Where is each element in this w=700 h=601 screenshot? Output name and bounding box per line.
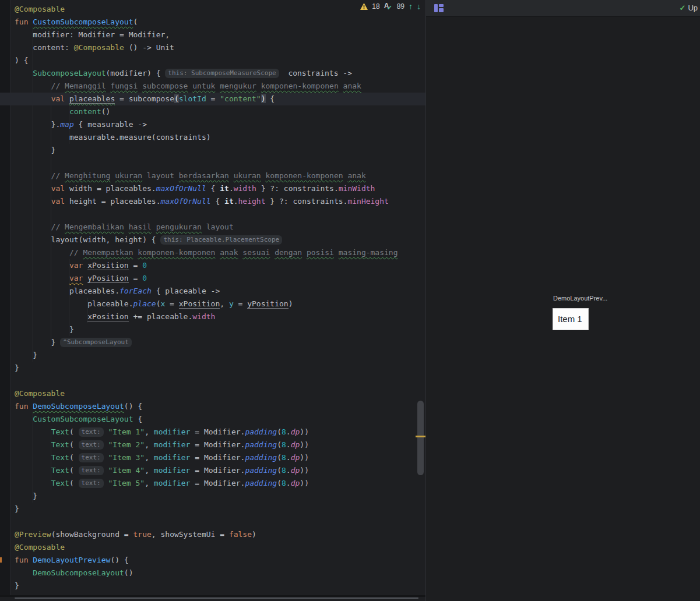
- code-token: val: [51, 184, 65, 193]
- preview-name-label[interactable]: DemoLayoutPrev...: [553, 295, 607, 302]
- code-line[interactable]: placeable.place(x = xPosition, y = yPosi…: [0, 298, 425, 310]
- code-line[interactable]: placeables.forEach { placeable ->: [0, 285, 425, 298]
- code-token: anak: [220, 248, 238, 257]
- code-line[interactable]: @Composable: [0, 387, 425, 400]
- code-token: val: [51, 94, 65, 103]
- code-token: = subcompose: [115, 94, 174, 103]
- code-token: slotId: [179, 94, 206, 103]
- code-line[interactable]: measurable.measure(constraints): [0, 131, 425, 144]
- code-token: map: [60, 120, 73, 129]
- code-token: dp: [291, 427, 300, 436]
- code-line[interactable]: val height = placeables.maxOfOrNull { it…: [0, 195, 425, 208]
- code-line[interactable]: @Preview(showBackground = true, showSyst…: [0, 528, 425, 541]
- code-token: fungsi: [110, 82, 138, 90]
- code-line[interactable]: val width = placeables.maxOfOrNull { it.…: [0, 182, 425, 195]
- code-token: (: [277, 453, 282, 462]
- next-problem-arrow-icon[interactable]: ↓: [417, 2, 421, 10]
- code-token: false: [229, 530, 252, 539]
- code-token: (showBackground =: [51, 530, 133, 539]
- code-line[interactable]: [0, 515, 425, 528]
- code-token: [15, 466, 51, 475]
- code-line[interactable]: ) {: [0, 54, 425, 67]
- code-token: content: [69, 107, 101, 116]
- code-line[interactable]: Text( text: "Item 1", modifier = Modifie…: [0, 426, 425, 439]
- code-token: [256, 82, 261, 90]
- code-line[interactable]: }: [0, 362, 425, 374]
- code-line[interactable]: }: [0, 349, 425, 362]
- code-line[interactable]: layout(width, height) { this: Placeable.…: [0, 234, 425, 246]
- code-token: anak: [347, 171, 365, 180]
- code-token: Text: [51, 427, 69, 436]
- editor-pane[interactable]: @Composablefun CustomSubcomposeLayout( m…: [0, 0, 425, 601]
- code-line[interactable]: fun DemoSubcomposeLayout() {: [0, 400, 425, 413]
- code-line[interactable]: // Mengembalikan hasil pengukuran layout: [0, 221, 425, 234]
- code-line[interactable]: }: [0, 144, 425, 157]
- code-token: ,: [145, 466, 154, 475]
- code-line[interactable]: var xPosition = 0: [0, 259, 425, 272]
- code-token: modifier: [154, 466, 191, 475]
- code-line[interactable]: }: [0, 579, 425, 592]
- code-token: @Composable: [15, 543, 65, 551]
- code-line[interactable]: }: [0, 490, 425, 503]
- code-token: [152, 222, 156, 231]
- code-line[interactable]: }: [0, 503, 425, 515]
- code-line[interactable]: Text( text: "Item 2", modifier = Modifie…: [0, 439, 425, 451]
- code-line[interactable]: [0, 374, 425, 387]
- code-line[interactable]: var yPosition = 0: [0, 272, 425, 285]
- code-token: () {: [110, 556, 128, 564]
- code-token: .: [286, 479, 291, 487]
- code-token: y: [229, 299, 234, 308]
- code-line[interactable]: content(): [0, 105, 425, 118]
- code-line[interactable]: @Composable: [0, 541, 425, 554]
- build-status-text: Up: [688, 3, 698, 12]
- code-line[interactable]: Text( text: "Item 4", modifier = Modifie…: [0, 464, 425, 477]
- code-line[interactable]: fun DemoLayoutPreview() {: [0, 554, 425, 567]
- code-token: } ?: constraints.: [256, 184, 339, 193]
- preview-render-frame[interactable]: Item 1: [553, 308, 589, 330]
- code-token: it: [224, 197, 234, 206]
- code-line[interactable]: DemoSubcomposeLayout(): [0, 567, 425, 579]
- prev-problem-arrow-icon[interactable]: ↑: [409, 2, 413, 10]
- code-line[interactable]: CustomSubcomposeLayout {: [0, 413, 425, 426]
- code-token: DemoLayoutPreview: [33, 556, 110, 564]
- code-line[interactable]: [0, 208, 425, 221]
- code-token: it: [220, 184, 229, 193]
- inlay-hint: this: SubcomposeMeasureScope: [165, 69, 279, 78]
- build-status: ✓ Up: [679, 3, 698, 12]
- code-token: forEach: [119, 287, 152, 295]
- code-line[interactable]: content: @Composable () -> Unit: [0, 41, 425, 54]
- code-line[interactable]: xPosition += placeable.width: [0, 310, 425, 323]
- code-line[interactable]: Text( text: "Item 5", modifier = Modifie…: [0, 477, 425, 490]
- code-line[interactable]: }: [0, 323, 425, 336]
- code-line[interactable]: SubcomposeLayout(modifier) { this: Subco…: [0, 67, 425, 80]
- code-line[interactable]: } ^SubcomposeLayout: [0, 336, 425, 349]
- code-token: ): [261, 94, 266, 103]
- code-token: ) {: [15, 56, 28, 65]
- code-line[interactable]: // Menghitung ukuran layout berdasarkan …: [0, 169, 425, 182]
- code-token: //: [15, 171, 65, 180]
- code-token: .: [286, 427, 291, 436]
- code-token: komponen-komponen: [138, 248, 215, 257]
- code-line[interactable]: modifier: Modifier = Modifier,: [0, 29, 425, 41]
- vertical-scrollbar-thumb[interactable]: [417, 401, 424, 475]
- code-token: (: [277, 466, 282, 475]
- grid-layout-icon[interactable]: [434, 4, 444, 12]
- code-token: 8: [282, 479, 286, 487]
- code-lines[interactable]: @Composablefun CustomSubcomposeLayout( m…: [0, 3, 425, 592]
- code-line[interactable]: // Memanggil fungsi subcompose untuk men…: [0, 80, 425, 93]
- code-token: { measurable ->: [74, 120, 147, 129]
- code-token: [270, 248, 275, 257]
- warning-icon: [360, 3, 368, 10]
- code-line[interactable]: // Menempatkan komponen-komponen anak se…: [0, 246, 425, 259]
- code-line[interactable]: }.map { measurable ->: [0, 118, 425, 131]
- code-line[interactable]: fun CustomSubcomposeLayout(: [0, 16, 425, 29]
- code-token: layout: [202, 222, 234, 231]
- code-line[interactable]: Text( text: "Item 3", modifier = Modifie…: [0, 451, 425, 464]
- code-token: [104, 466, 108, 475]
- code-line[interactable]: val placeables = subcompose(slotId = "co…: [0, 93, 425, 105]
- code-token: Text: [51, 453, 69, 462]
- horizontal-scrollbar-thumb[interactable]: [15, 598, 418, 599]
- code-line[interactable]: [0, 157, 425, 169]
- code-token: place: [133, 299, 156, 308]
- inspections-widget[interactable]: 18 A ✓ 89 ↑ ↓: [360, 1, 421, 12]
